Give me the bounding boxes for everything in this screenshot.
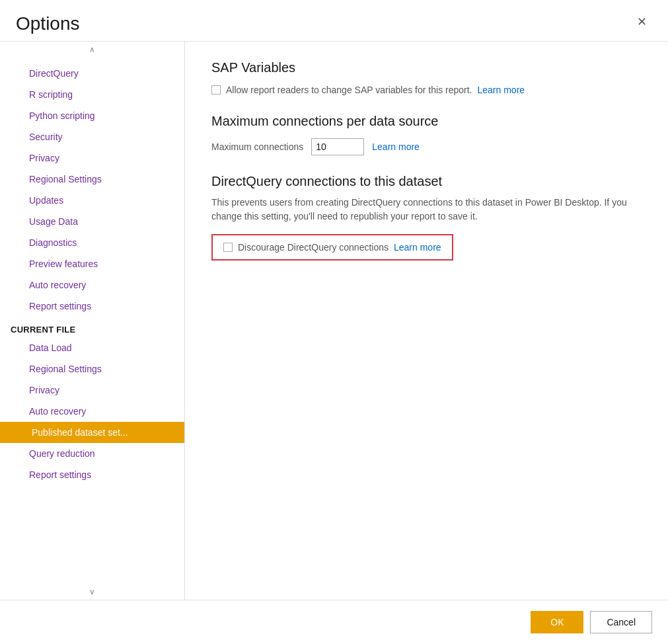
sidebar-item-query-reduction[interactable]: Query reduction [0, 443, 184, 464]
max-conn-row: Maximum connections Learn more [211, 138, 642, 155]
sidebar-item-data-load[interactable]: Data Load [0, 337, 184, 358]
sidebar-item-updates[interactable]: Updates [0, 190, 184, 211]
sidebar-item-report-settings[interactable]: Report settings [0, 296, 184, 317]
sidebar-item-r-scripting[interactable]: R scripting [0, 84, 184, 105]
max-conn-learn-more-link[interactable]: Learn more [372, 141, 420, 152]
dialog-footer: OK Cancel [0, 600, 668, 644]
max-conn-label: Maximum connections [211, 141, 303, 152]
ok-button[interactable]: OK [531, 611, 583, 633]
sap-checkbox-label: Allow report readers to change SAP varia… [226, 85, 472, 95]
sidebar-item-privacy-cf[interactable]: Privacy [0, 380, 184, 401]
sidebar-item-python-scripting[interactable]: Python scripting [0, 105, 184, 126]
dq-checkbox[interactable] [223, 243, 233, 252]
sidebar-item-usage-data[interactable]: Usage Data [0, 211, 184, 232]
max-conn-input[interactable] [311, 138, 364, 155]
dialog-title: Options [16, 13, 80, 34]
cancel-button[interactable]: Cancel [590, 611, 652, 633]
scroll-down-button[interactable]: ∨ [0, 584, 184, 600]
sidebar: ∧ DirectQuery R scripting Python scripti… [0, 42, 185, 600]
sidebar-item-auto-recovery-cf[interactable]: Auto recovery [0, 401, 184, 422]
dq-title: DirectQuery connections to this dataset [211, 174, 642, 189]
sidebar-item-privacy[interactable]: Privacy [0, 147, 184, 169]
sidebar-item-security[interactable]: Security [0, 126, 184, 147]
sidebar-item-regional-settings[interactable]: Regional Settings [0, 169, 184, 190]
sidebar-scroll-area: DirectQuery R scripting Python scripting… [0, 58, 184, 584]
current-file-header: CURRENT FILE [0, 317, 184, 337]
options-dialog: Options ✕ ∧ DirectQuery R scripting Pyth… [0, 0, 668, 644]
scroll-up-button[interactable]: ∧ [0, 42, 184, 58]
sidebar-item-published-dataset[interactable]: Published dataset set... [0, 422, 184, 443]
dq-checkbox-label: Discourage DirectQuery connections [238, 242, 389, 253]
max-conn-title: Maximum connections per data source [211, 114, 642, 129]
dialog-header: Options ✕ [0, 0, 668, 41]
sap-checkbox[interactable] [211, 85, 221, 95]
sap-variables-row: Allow report readers to change SAP varia… [211, 85, 642, 95]
sidebar-item-preview-features[interactable]: Preview features [0, 253, 184, 274]
dialog-body: ∧ DirectQuery R scripting Python scripti… [0, 41, 668, 600]
sidebar-item-diagnostics[interactable]: Diagnostics [0, 232, 184, 253]
sap-variables-title: SAP Variables [211, 60, 642, 75]
dq-learn-more-link[interactable]: Learn more [394, 242, 441, 253]
sidebar-item-auto-recovery[interactable]: Auto recovery [0, 274, 184, 296]
close-button[interactable]: ✕ [632, 13, 652, 30]
sidebar-item-directquery[interactable]: DirectQuery [0, 63, 184, 84]
dq-checkbox-box[interactable]: Discourage DirectQuery connections Learn… [211, 234, 453, 261]
sidebar-item-report-settings-cf[interactable]: Report settings [0, 464, 184, 485]
sidebar-item-regional-settings-cf[interactable]: Regional Settings [0, 358, 184, 380]
sap-learn-more-link[interactable]: Learn more [477, 85, 525, 95]
main-content: SAP Variables Allow report readers to ch… [185, 42, 668, 600]
dq-description: This prevents users from creating Direct… [211, 196, 634, 223]
